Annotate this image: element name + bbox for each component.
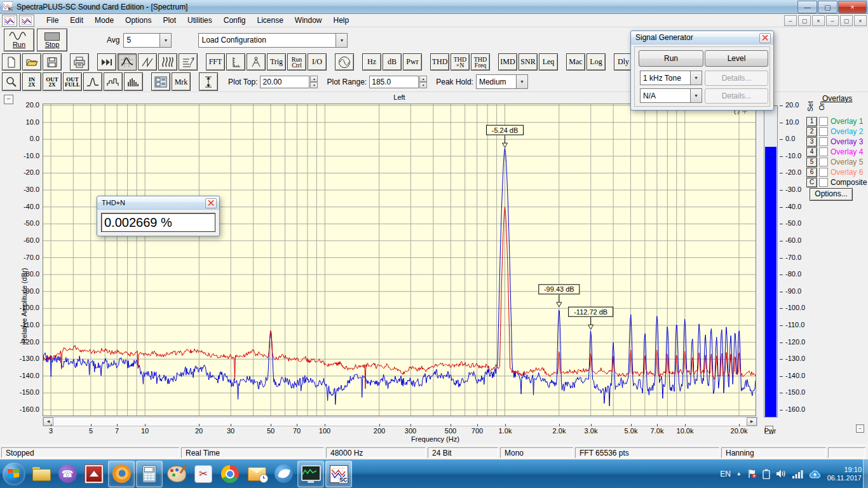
close-icon[interactable]: ❌	[759, 33, 771, 43]
child-minimize-icon[interactable]: –	[826, 15, 839, 26]
toolbar-button-leq[interactable]: Leq	[539, 53, 558, 71]
menu-item-edit[interactable]: Edit	[64, 15, 89, 26]
avg-dropdown[interactable]: 5 ▼	[123, 33, 172, 48]
toolbar-button-fast-forward[interactable]	[97, 53, 116, 71]
toolbar-button-output-2x[interactable]: OUT 2X	[43, 72, 62, 91]
toolbar-button-imd[interactable]: IMD	[498, 53, 517, 71]
taskbar-outlook[interactable]	[244, 461, 269, 487]
menu-item-utilities[interactable]: Utilities	[182, 15, 218, 26]
toolbar-button-fft-settings[interactable]: FFT	[206, 53, 225, 71]
cloud-sync-icon[interactable]	[809, 470, 821, 478]
toolbar-button-spectrum-display[interactable]	[118, 53, 137, 71]
collapse-box-icon[interactable]: –	[4, 95, 13, 104]
collapse-box-icon[interactable]: –	[856, 424, 864, 433]
taskbar-photo-viewer[interactable]	[81, 461, 107, 487]
minimize-button[interactable]: —	[797, 1, 817, 13]
generator-run-button[interactable]: Run	[639, 50, 703, 67]
spectrum-chart[interactable]: -5.24 dB-99.43 dB-112.72 dB	[43, 104, 756, 416]
overlay-on-checkbox-2[interactable]	[819, 127, 828, 136]
taskbar-snipping-tool[interactable]: ✂	[191, 461, 216, 487]
taskbar-firefox[interactable]	[108, 461, 135, 487]
taskbar-windows-explorer[interactable]	[28, 461, 53, 487]
battery-icon[interactable]	[763, 469, 770, 479]
menu-item-help[interactable]: Help	[328, 15, 355, 26]
menu-item-license[interactable]: License	[251, 15, 288, 26]
child-close-icon[interactable]: ×	[854, 15, 867, 26]
toolbar-button-marker[interactable]: Mrk	[172, 72, 191, 91]
overlay-set-button-3[interactable]: 3	[806, 137, 817, 147]
generator-level-button[interactable]: Level	[705, 50, 768, 67]
scroll-right-icon[interactable]: ▶	[747, 417, 757, 426]
taskbar-maxthon-browser[interactable]	[271, 461, 296, 487]
toolbar-button-print[interactable]	[70, 53, 89, 71]
toolbar-button-zoom[interactable]	[2, 72, 21, 91]
plot-top-input[interactable]	[260, 76, 309, 88]
toolbar-button-thd-plus-n[interactable]: THD +N	[451, 53, 470, 71]
overlay-set-button-6[interactable]: 6	[806, 168, 817, 177]
taskbar-start-button[interactable]	[1, 461, 27, 487]
overlay-on-checkbox-3[interactable]	[819, 137, 828, 146]
toolbar-button-output-full[interactable]: OUT FULL	[63, 72, 82, 91]
peak-hold-dropdown[interactable]: Medium ▼	[476, 74, 528, 89]
generator-waveform1-dropdown[interactable]: 1 kHz Tone ▼	[640, 71, 702, 85]
mdi-close-icon[interactable]: ×	[812, 15, 825, 26]
language-indicator[interactable]: EN	[720, 470, 731, 478]
mini-spectrum-icon[interactable]	[2, 15, 17, 27]
toolbar-button-signal-generator[interactable]	[335, 53, 354, 71]
toolbar-button-amplitude-range[interactable]	[199, 72, 218, 91]
mdi-minimize-icon[interactable]: –	[784, 15, 797, 26]
generator-details2-button[interactable]: Details...	[705, 88, 768, 104]
scroll-left-icon[interactable]: ◀	[43, 417, 53, 426]
taskbar-viber[interactable]: ☎	[55, 461, 80, 487]
overlay-on-checkbox-c[interactable]	[819, 178, 828, 187]
toolbar-button-trigger[interactable]: Trig	[267, 53, 286, 71]
overlay-on-checkbox-5[interactable]	[819, 158, 828, 166]
toolbar-button-input-2x[interactable]: IN 2X	[22, 72, 41, 91]
run-button[interactable]: Run	[4, 29, 34, 51]
toolbar-button-spectrum-curve[interactable]	[83, 72, 102, 91]
plot-range-spinner[interactable]: ▲▼	[419, 76, 427, 88]
toolbar-button-step-curve[interactable]	[104, 72, 123, 91]
volume-icon[interactable]	[776, 469, 787, 478]
show-desktop-button[interactable]	[863, 459, 868, 488]
taskbar-chrome[interactable]	[217, 461, 243, 487]
toolbar-button-new-file[interactable]	[2, 53, 21, 71]
mini-spectrum-icon-2[interactable]	[19, 15, 34, 27]
toolbar-button-thd[interactable]: THD	[430, 53, 449, 71]
close-icon[interactable]: ❌	[205, 198, 217, 208]
toolbar-button-macro[interactable]: Mac	[566, 53, 585, 71]
overlay-on-checkbox-1[interactable]	[819, 117, 828, 126]
signal-generator-titlebar[interactable]: Signal Generator ❌	[631, 31, 773, 44]
toolbar-button-logging[interactable]: Log	[587, 53, 606, 71]
overlay-set-button-5[interactable]: 5	[806, 158, 817, 167]
toolbar-button-power-units[interactable]: Pwr	[403, 53, 422, 71]
menu-item-plot[interactable]: Plot	[157, 15, 182, 26]
menu-item-options[interactable]: Options	[119, 15, 157, 26]
toolbar-button-save[interactable]	[43, 53, 62, 71]
toolbar-button-open-file[interactable]	[22, 53, 41, 71]
toolbar-button-thd-freq[interactable]: THD Freq	[471, 53, 490, 71]
thd-n-titlebar[interactable]: THD+N ❌	[97, 196, 219, 210]
generator-details1-button[interactable]: Details...	[705, 71, 768, 86]
configuration-dropdown[interactable]: Load Configuration ▼	[198, 33, 348, 48]
overlay-set-button-c[interactable]: C	[806, 178, 817, 187]
toolbar-button-snr[interactable]: SNR	[519, 53, 538, 71]
toolbar-button-run-control[interactable]: Run Ctrl	[287, 53, 306, 71]
taskbar-system-monitor[interactable]	[297, 461, 324, 487]
toolbar-button-scaling[interactable]	[226, 53, 245, 71]
overlay-set-button-4[interactable]: 4	[806, 147, 817, 157]
clock[interactable]: 19:10 06.11.2017	[827, 466, 862, 482]
restore-button[interactable]: ▢	[818, 1, 837, 13]
toolbar-button-decibels[interactable]: dB	[383, 53, 402, 71]
mdi-restore-icon[interactable]: ▢	[798, 15, 811, 26]
overlay-on-checkbox-6[interactable]	[819, 168, 828, 177]
plot-top-spinner[interactable]: ▲▼	[310, 76, 318, 88]
toolbar-button-bar-graph[interactable]	[124, 72, 143, 91]
toolbar-button-calibration[interactable]	[247, 53, 266, 71]
stop-button[interactable]: Stop	[37, 29, 67, 51]
tray-expand-icon[interactable]: ▲	[736, 471, 742, 477]
menu-item-file[interactable]: File	[41, 15, 64, 26]
plot-horizontal-scrollbar[interactable]: ◀ ▶	[43, 417, 757, 426]
toolbar-button-time-series-display[interactable]	[138, 53, 157, 71]
taskbar-paint[interactable]	[164, 461, 189, 487]
